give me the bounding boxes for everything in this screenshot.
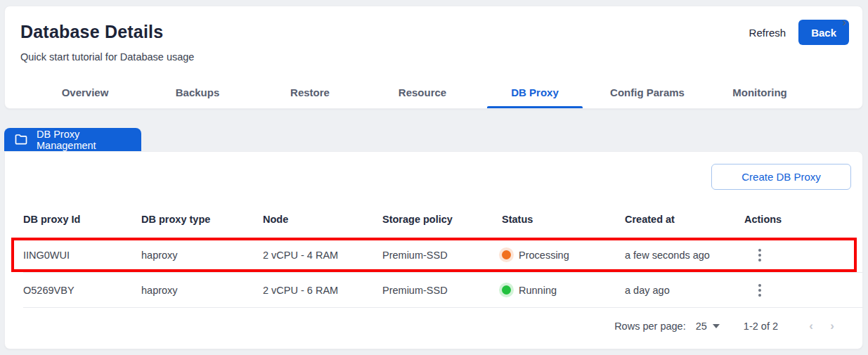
status-label: Running xyxy=(519,285,557,296)
cell-node: 2 vCPU - 4 RAM xyxy=(263,238,382,273)
page-header-card: Database Details Quick start tutorial fo… xyxy=(4,6,863,109)
refresh-button[interactable]: Refresh xyxy=(749,27,786,39)
column-header-created: Created at xyxy=(625,201,744,238)
previous-page-button[interactable]: ‹ xyxy=(801,318,822,335)
column-header-id: DB proxy Id xyxy=(23,201,141,238)
cell-storage-policy: Premium-SSD xyxy=(382,273,502,308)
status-label: Processing xyxy=(519,250,569,261)
cell-status: Processing xyxy=(502,238,625,273)
column-header-storage: Storage policy xyxy=(382,201,502,238)
db-proxy-table: DB proxy Id DB proxy type Node Storage p… xyxy=(23,201,862,308)
cell-proxy-id: IING0WUI xyxy=(23,238,141,273)
tab-config-params[interactable]: Config Params xyxy=(591,76,704,108)
db-proxy-management-label: DB Proxy Management xyxy=(37,129,141,151)
cell-proxy-type: haproxy xyxy=(141,273,263,308)
cell-created-at: a few seconds ago xyxy=(625,238,744,273)
page-title: Database Details xyxy=(20,22,163,42)
cell-created-at: a day ago xyxy=(625,273,744,308)
tab-bar: Overview Backups Restore Resource DB Pro… xyxy=(29,76,862,108)
tab-db-proxy[interactable]: DB Proxy xyxy=(479,76,591,108)
header-actions: Refresh Back xyxy=(749,20,849,45)
rows-per-page-label: Rows per page: xyxy=(614,321,686,332)
cell-proxy-id: O5269VBY xyxy=(23,273,141,308)
table-row: IING0WUI haproxy 2 vCPU - 4 RAM Premium-… xyxy=(23,238,862,273)
create-db-proxy-button[interactable]: Create DB Proxy xyxy=(711,164,851,190)
cell-actions xyxy=(744,238,862,273)
status-dot-processing xyxy=(502,250,511,259)
table-header-row: DB proxy Id DB proxy type Node Storage p… xyxy=(23,201,862,238)
cell-status: Running xyxy=(502,273,625,308)
db-proxy-management-tab[interactable]: DB Proxy Management xyxy=(4,128,141,151)
next-page-button[interactable]: › xyxy=(822,318,843,335)
tab-resource[interactable]: Resource xyxy=(366,76,479,108)
tab-monitoring[interactable]: Monitoring xyxy=(704,76,816,108)
column-header-actions: Actions xyxy=(744,201,862,238)
table-row: O5269VBY haproxy 2 vCPU - 6 RAM Premium-… xyxy=(23,273,862,308)
cell-node: 2 vCPU - 6 RAM xyxy=(263,273,382,308)
cell-actions xyxy=(744,273,862,308)
pagination-bar: Rows per page: 25 1-2 of 2 ‹ › xyxy=(614,318,843,335)
page-subtitle: Quick start tutorial for Database usage xyxy=(20,51,194,63)
db-proxy-panel: Create DB Proxy DB proxy Id DB proxy typ… xyxy=(4,151,863,349)
rows-per-page-value: 25 xyxy=(696,321,707,332)
column-header-node: Node xyxy=(263,201,382,238)
rows-per-page-select[interactable]: 25 xyxy=(696,321,720,332)
cell-proxy-type: haproxy xyxy=(141,238,263,273)
chevron-down-icon xyxy=(713,324,720,328)
chevron-right-icon[interactable]: › xyxy=(836,6,853,39)
column-header-type: DB proxy type xyxy=(141,201,263,238)
tab-restore[interactable]: Restore xyxy=(254,76,366,108)
status-dot-running xyxy=(502,285,511,295)
pagination-range-label: 1-2 of 2 xyxy=(744,321,778,332)
tab-backups[interactable]: Backups xyxy=(141,76,254,108)
cell-storage-policy: Premium-SSD xyxy=(382,238,502,273)
row-actions-kebab-icon[interactable] xyxy=(749,279,771,302)
folder-icon xyxy=(15,134,27,145)
row-actions-kebab-icon[interactable] xyxy=(749,244,771,266)
tab-overview[interactable]: Overview xyxy=(29,76,141,108)
column-header-status: Status xyxy=(502,201,625,238)
